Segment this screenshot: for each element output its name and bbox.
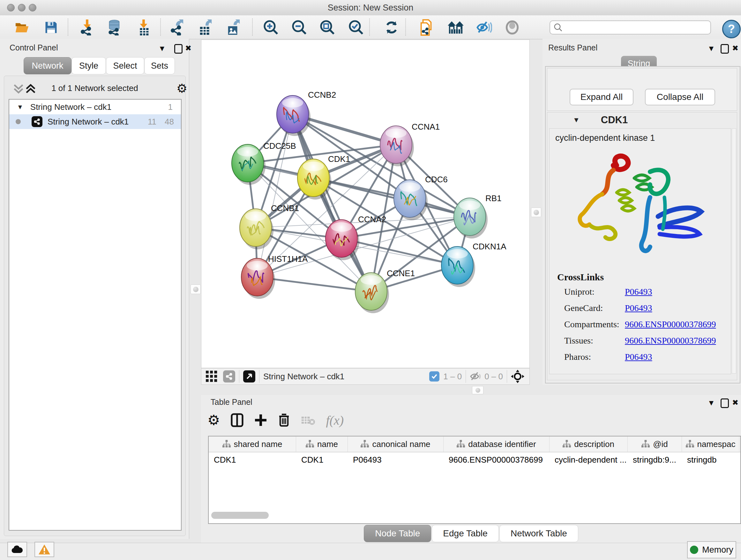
table-cell[interactable]: P06493 xyxy=(348,452,444,467)
splitter-handle[interactable] xyxy=(472,386,483,394)
panel-close-icon[interactable]: ✖ xyxy=(185,44,192,52)
collapse-all-button[interactable]: Collapse All xyxy=(645,89,715,105)
refresh-icon[interactable] xyxy=(384,19,400,36)
column-header--id[interactable]: @id xyxy=(628,436,682,452)
home-species-icon[interactable] xyxy=(448,19,464,36)
export-network-icon[interactable] xyxy=(169,19,185,36)
column-header-canonical-name[interactable]: canonical name xyxy=(348,436,444,452)
panel-undock-icon[interactable] xyxy=(721,44,729,55)
results-scrollbar[interactable] xyxy=(732,128,736,374)
panel-float-icon[interactable]: ▼ xyxy=(708,399,715,407)
gene-section-header[interactable]: ▼ CDK1 xyxy=(547,112,737,128)
network-node-RB1[interactable]: RB1 xyxy=(454,193,502,239)
table-row[interactable]: CDK1CDK1P064939606.ENSP00000378699cyclin… xyxy=(209,452,740,467)
help-button[interactable]: ? xyxy=(722,20,741,38)
crosslink-link[interactable]: P06493 xyxy=(625,287,652,303)
tab-sets[interactable]: Sets xyxy=(144,57,175,74)
section-collapse-triangle-icon[interactable]: ▼ xyxy=(573,116,580,124)
import-network-from-database-icon[interactable] xyxy=(106,19,122,36)
column-header-name[interactable]: name xyxy=(296,436,348,452)
network-options-gear-icon[interactable]: ⚙ xyxy=(177,82,187,95)
crosslink-link[interactable]: P06493 xyxy=(625,352,652,368)
search-input[interactable] xyxy=(563,22,704,33)
warning-button[interactable] xyxy=(35,542,54,557)
panel-close-icon[interactable]: ✖ xyxy=(732,399,738,407)
table-cell[interactable]: CDK1 xyxy=(209,452,296,467)
memory-button[interactable]: Memory xyxy=(687,541,736,558)
expand-all-button[interactable]: Expand All xyxy=(569,89,633,105)
network-node-CCNA1[interactable]: CCNA1 xyxy=(380,122,440,166)
zoom-fit-icon[interactable] xyxy=(320,19,335,36)
panel-undock-icon[interactable] xyxy=(721,398,729,409)
export-image-icon[interactable] xyxy=(226,19,242,36)
network-node-CCNB1[interactable]: CCNB1 xyxy=(240,203,299,249)
network-node-CDKN1A[interactable]: CDKN1A xyxy=(441,242,507,287)
tab-network[interactable]: Network xyxy=(23,57,71,74)
column-header-description[interactable]: description xyxy=(549,436,628,452)
search-box[interactable] xyxy=(549,20,711,35)
show-columns-icon[interactable] xyxy=(231,413,244,427)
table-options-gear-icon[interactable]: ⚙ xyxy=(207,413,220,427)
network-node-CDC25B[interactable]: CDC25B xyxy=(232,141,296,185)
table-cell[interactable]: cyclin-dependent ... xyxy=(549,452,628,467)
table-toolbar: ⚙ f(x) xyxy=(207,410,734,430)
crosslink-link[interactable]: 9606.ENSP00000378699 xyxy=(625,319,716,335)
export-table-icon[interactable] xyxy=(198,19,213,36)
network-edge-CCNB2-CCNE1[interactable] xyxy=(293,114,371,292)
node-table: shared namenamecanonical namedatabase id… xyxy=(208,436,741,524)
tab-style[interactable]: Style xyxy=(71,57,106,74)
import-network-from-file-icon[interactable] xyxy=(79,19,95,36)
save-session-icon[interactable] xyxy=(43,19,59,36)
tab-select[interactable]: Select xyxy=(106,57,144,74)
zoom-in-icon[interactable] xyxy=(263,19,279,36)
import-table-from-file-icon[interactable] xyxy=(136,19,151,36)
add-column-icon[interactable] xyxy=(254,414,267,427)
delete-column-icon[interactable] xyxy=(278,413,290,427)
network-collection-row[interactable]: ▼ String Network – cdk1 1 xyxy=(9,100,181,114)
column-header-namespac[interactable]: namespac xyxy=(682,436,739,452)
splitter-handle[interactable] xyxy=(531,207,541,217)
network-graph[interactable]: CCNB2CCNA1CDC25BCDK1CDC6RB1CCNB1CCNA2CDK… xyxy=(201,40,529,368)
selected-checkbox-icon[interactable] xyxy=(429,371,440,381)
cloud-button[interactable] xyxy=(7,542,27,557)
table-cell[interactable]: stringdb xyxy=(682,452,739,467)
delete-table-icon[interactable] xyxy=(301,415,315,426)
function-builder-icon[interactable]: f(x) xyxy=(326,413,344,428)
zoom-out-icon[interactable] xyxy=(291,19,307,36)
hidden-eye-icon[interactable] xyxy=(470,372,481,381)
panel-close-icon[interactable]: ✖ xyxy=(732,44,738,52)
zoom-selected-icon[interactable] xyxy=(348,19,364,36)
network-node-CCNB2[interactable]: CCNB2 xyxy=(277,90,336,136)
panel-undock-icon[interactable] xyxy=(174,44,183,55)
horizontal-scrollbar-thumb[interactable] xyxy=(211,512,269,519)
grid-view-icon[interactable] xyxy=(206,371,217,382)
birdseye-toggle-icon[interactable] xyxy=(243,370,255,382)
table-cell[interactable]: CDK1 xyxy=(296,452,348,467)
table-cell[interactable]: 9606.ENSP00000378699 xyxy=(444,452,549,467)
tab-edge-table[interactable]: Edge Table xyxy=(432,525,499,542)
panel-float-icon[interactable]: ▼ xyxy=(708,45,715,52)
column-header-shared-name[interactable]: shared name xyxy=(209,436,296,452)
hide-graphics-details-icon[interactable] xyxy=(476,19,492,36)
column-header-database-identifier[interactable]: database identifier xyxy=(444,436,549,452)
network-canvas[interactable]: CCNB2CCNA1CDC25BCDK1CDC6RB1CCNB1CCNA2CDK… xyxy=(201,40,530,368)
splitter-handle[interactable] xyxy=(191,285,201,294)
tab-network-table[interactable]: Network Table xyxy=(499,525,578,542)
fit-content-crosshair-icon[interactable] xyxy=(511,370,524,383)
network-node-HIST1H1A[interactable]: HIST1H1A xyxy=(241,254,308,299)
network-row[interactable]: String Network – cdk1 11 48 xyxy=(9,114,181,129)
network-node-CCNE1[interactable]: CCNE1 xyxy=(355,268,415,313)
crosslink-link[interactable]: P06493 xyxy=(625,303,652,319)
table-cell[interactable]: stringdb:9... xyxy=(628,452,682,467)
string-view-icon[interactable] xyxy=(223,370,235,382)
panel-float-icon[interactable]: ▼ xyxy=(158,45,166,52)
tab-node-table[interactable]: Node Table xyxy=(364,525,431,542)
collection-expand-triangle-icon[interactable]: ▼ xyxy=(17,104,23,111)
network-node-CDC6[interactable]: CDC6 xyxy=(394,175,448,220)
warning-icon xyxy=(39,544,50,555)
crosslink-link[interactable]: 9606.ENSP00000378699 xyxy=(625,335,716,352)
birdseye-view-icon[interactable] xyxy=(504,19,520,36)
string-documents-icon[interactable] xyxy=(419,19,434,36)
open-session-icon[interactable] xyxy=(14,19,30,36)
network-node-count: 11 xyxy=(148,117,156,127)
